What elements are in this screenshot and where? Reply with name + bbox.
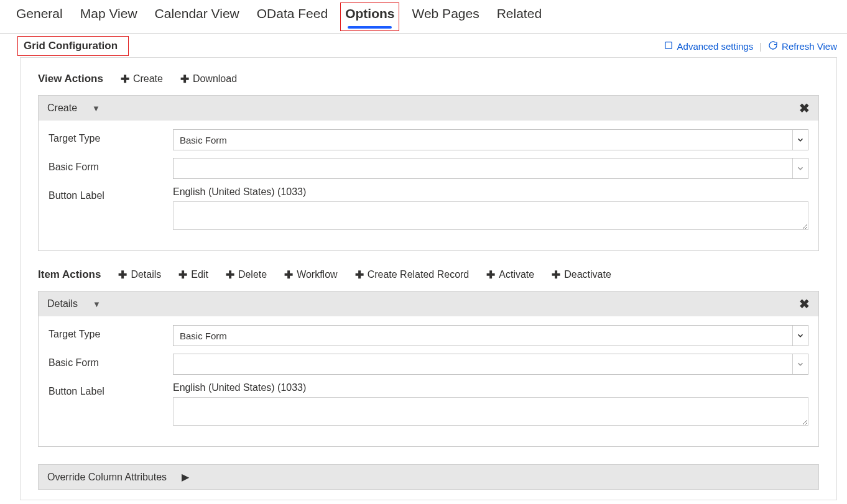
plus-icon: ✚ bbox=[118, 270, 127, 280]
add-details-button[interactable]: ✚ Details bbox=[118, 269, 161, 280]
button-label-input[interactable] bbox=[173, 397, 808, 426]
button-label-row: Button Label English (United States) (10… bbox=[49, 382, 808, 428]
panel-body: Target Type Basic Form Basic Form bbox=[39, 316, 818, 446]
panel-title: Create bbox=[47, 103, 77, 114]
plus-icon: ✚ bbox=[226, 270, 234, 280]
add-workflow-button[interactable]: ✚ Workflow bbox=[284, 269, 338, 280]
basic-form-select[interactable] bbox=[173, 354, 808, 375]
tab-label: General bbox=[16, 6, 63, 21]
tab-map-view[interactable]: Map View bbox=[80, 6, 137, 22]
basic-form-select[interactable] bbox=[173, 158, 808, 179]
panel-body: Target Type Basic Form Basic Form bbox=[39, 121, 818, 250]
tab-strip: General Map View Calendar View OData Fee… bbox=[0, 0, 847, 30]
button-label: Edit bbox=[191, 269, 208, 280]
details-panel: Details ▼ ✖ Target Type Basic Form bbox=[38, 291, 819, 447]
plus-icon: ✚ bbox=[355, 270, 364, 280]
plus-icon: ✚ bbox=[121, 74, 129, 85]
link-label: Refresh View bbox=[782, 41, 837, 52]
add-deactivate-button[interactable]: ✚ Deactivate bbox=[552, 269, 611, 280]
button-label: Download bbox=[193, 73, 237, 85]
plus-icon: ✚ bbox=[178, 270, 187, 280]
tab-label: Web Pages bbox=[412, 6, 479, 21]
button-label: Details bbox=[131, 269, 161, 280]
header-right-links: Advanced settings | Refresh View bbox=[664, 40, 837, 52]
add-activate-button[interactable]: ✚ Activate bbox=[486, 269, 534, 280]
tab-web-pages[interactable]: Web Pages bbox=[412, 6, 479, 22]
field-label: Basic Form bbox=[49, 354, 173, 369]
tab-label: Map View bbox=[80, 6, 137, 21]
add-create-related-button[interactable]: ✚ Create Related Record bbox=[355, 269, 470, 280]
field-label: Basic Form bbox=[49, 158, 173, 173]
plus-icon: ✚ bbox=[552, 270, 560, 280]
tab-related[interactable]: Related bbox=[497, 6, 542, 22]
lang-label: English (United States) (1033) bbox=[173, 382, 808, 393]
tab-label: OData Feed bbox=[257, 6, 328, 21]
tab-calendar-view[interactable]: Calendar View bbox=[155, 6, 239, 22]
tab-label: Calendar View bbox=[155, 6, 239, 21]
target-type-row: Target Type Basic Form bbox=[49, 129, 808, 150]
tab-label: Options bbox=[345, 6, 394, 21]
add-download-button[interactable]: ✚ Download bbox=[180, 73, 237, 85]
override-column-attributes-bar[interactable]: Override Column Attributes ▶ bbox=[38, 464, 819, 490]
panel-title: Details bbox=[47, 298, 78, 309]
tab-general[interactable]: General bbox=[16, 6, 63, 22]
view-actions-group: View Actions ✚ Create ✚ Download Create … bbox=[38, 73, 819, 251]
bar-label: Override Column Attributes bbox=[47, 472, 167, 483]
section-title: Grid Configuration bbox=[24, 40, 118, 52]
panel-header[interactable]: Details ▼ ✖ bbox=[39, 291, 818, 316]
field-label: Target Type bbox=[49, 129, 173, 144]
chevron-down-icon bbox=[792, 130, 808, 150]
button-label-row: Button Label English (United States) (10… bbox=[49, 186, 808, 232]
tab-options[interactable]: Options bbox=[345, 6, 394, 22]
tab-label: Related bbox=[497, 6, 542, 21]
chevron-down-icon: ▼ bbox=[93, 300, 101, 309]
create-panel: Create ▼ ✖ Target Type Basic Form bbox=[38, 95, 819, 251]
chevron-right-icon: ▶ bbox=[182, 471, 189, 483]
button-label: Create Related Record bbox=[368, 269, 470, 280]
plus-icon: ✚ bbox=[486, 270, 495, 280]
expand-icon bbox=[664, 40, 673, 52]
basic-form-row: Basic Form bbox=[49, 158, 808, 179]
svg-rect-0 bbox=[665, 42, 672, 48]
button-label-input[interactable] bbox=[173, 201, 808, 230]
button-label: Create bbox=[133, 73, 163, 85]
add-delete-button[interactable]: ✚ Delete bbox=[226, 269, 267, 280]
field-label: Button Label bbox=[49, 186, 173, 201]
grid-configuration-box: View Actions ✚ Create ✚ Download Create … bbox=[20, 57, 837, 500]
target-type-select[interactable]: Basic Form bbox=[173, 129, 808, 150]
chevron-down-icon bbox=[792, 326, 808, 346]
basic-form-row: Basic Form bbox=[49, 354, 808, 375]
section-header-row: Grid Configuration Advanced settings | R… bbox=[0, 34, 847, 57]
group-title: Item Actions bbox=[38, 268, 101, 281]
group-title: View Actions bbox=[38, 73, 103, 85]
chevron-down-icon bbox=[792, 354, 808, 374]
chevron-down-icon: ▼ bbox=[92, 104, 100, 113]
field-label: Target Type bbox=[49, 325, 173, 340]
advanced-settings-link[interactable]: Advanced settings bbox=[664, 40, 754, 52]
field-label: Button Label bbox=[49, 382, 173, 397]
target-type-select[interactable]: Basic Form bbox=[173, 325, 808, 346]
button-label: Delete bbox=[238, 269, 267, 280]
tab-odata-feed[interactable]: OData Feed bbox=[257, 6, 328, 22]
group-header: View Actions ✚ Create ✚ Download bbox=[38, 73, 819, 85]
group-header: Item Actions ✚ Details ✚ Edit ✚ Delete ✚… bbox=[38, 268, 819, 281]
close-icon[interactable]: ✖ bbox=[799, 296, 810, 311]
button-label: Deactivate bbox=[564, 269, 611, 280]
lang-label: English (United States) (1033) bbox=[173, 186, 808, 198]
add-edit-button[interactable]: ✚ Edit bbox=[178, 269, 208, 280]
plus-icon: ✚ bbox=[180, 74, 189, 85]
chevron-down-icon bbox=[792, 158, 808, 178]
panel-header[interactable]: Create ▼ ✖ bbox=[39, 96, 818, 121]
button-label: Activate bbox=[499, 269, 534, 280]
link-label: Advanced settings bbox=[677, 41, 754, 52]
close-icon[interactable]: ✖ bbox=[799, 101, 810, 116]
button-label: Workflow bbox=[297, 269, 338, 280]
refresh-view-link[interactable]: Refresh View bbox=[768, 40, 837, 52]
item-actions-group: Item Actions ✚ Details ✚ Edit ✚ Delete ✚… bbox=[38, 268, 819, 447]
divider: | bbox=[759, 41, 762, 52]
selected-value: Basic Form bbox=[180, 331, 227, 341]
refresh-icon bbox=[768, 40, 778, 52]
plus-icon: ✚ bbox=[284, 270, 293, 280]
selected-value: Basic Form bbox=[180, 135, 227, 145]
add-create-button[interactable]: ✚ Create bbox=[121, 73, 163, 85]
